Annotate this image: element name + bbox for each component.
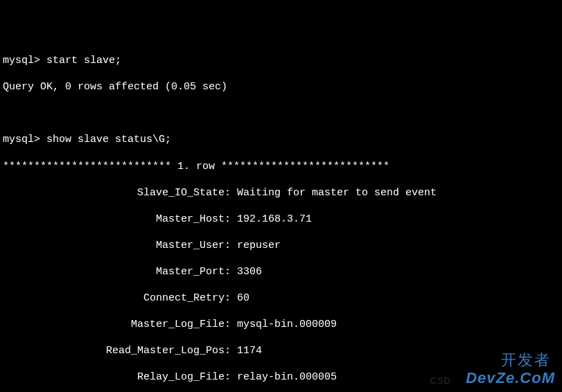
status-row: Master_Log_File:mysql-bin.000009 (3, 318, 559, 331)
status-label: Master_Host (3, 213, 225, 226)
status-label: Slave_IO_State (3, 186, 225, 199)
status-label: Connect_Retry (3, 292, 225, 305)
status-row: Master_User:repuser (3, 239, 559, 252)
command-text: start slave; (46, 55, 121, 66)
status-row: Read_Master_Log_Pos:1174 (3, 344, 559, 357)
terminal-line: mysql> show slave status\G; (3, 133, 559, 146)
command-result: Query OK, 0 rows affected (0.05 sec) (3, 80, 559, 93)
status-value: 3306 (231, 265, 262, 278)
row-header: *************************** 1. row *****… (3, 160, 559, 173)
status-value: 60 (231, 292, 249, 305)
status-row: Connect_Retry:60 (3, 292, 559, 305)
status-value: Waiting for master to send event (231, 186, 437, 199)
status-row: Slave_IO_State:Waiting for master to sen… (3, 186, 559, 199)
status-value: 1174 (231, 344, 262, 357)
status-value: repuser (231, 239, 281, 252)
status-row: Master_Host:192.168.3.71 (3, 213, 559, 226)
mysql-prompt: mysql> (3, 55, 40, 66)
status-label: Master_User (3, 239, 225, 252)
status-label: Relay_Log_File (3, 371, 225, 384)
status-value: relay-bin.000005 (231, 371, 337, 384)
status-label: Read_Master_Log_Pos (3, 344, 225, 357)
status-value: mysql-bin.000009 (231, 318, 337, 331)
status-value: 192.168.3.71 (231, 213, 312, 226)
status-row: Relay_Log_File:relay-bin.000005 (3, 371, 559, 384)
status-label: Master_Port (3, 265, 225, 278)
status-row: Master_Port:3306 (3, 265, 559, 278)
terminal-line: mysql> start slave; (3, 54, 559, 67)
status-label: Master_Log_File (3, 318, 225, 331)
blank-line (3, 107, 559, 120)
mysql-prompt: mysql> (3, 134, 40, 145)
command-text: show slave status\G; (46, 134, 171, 145)
